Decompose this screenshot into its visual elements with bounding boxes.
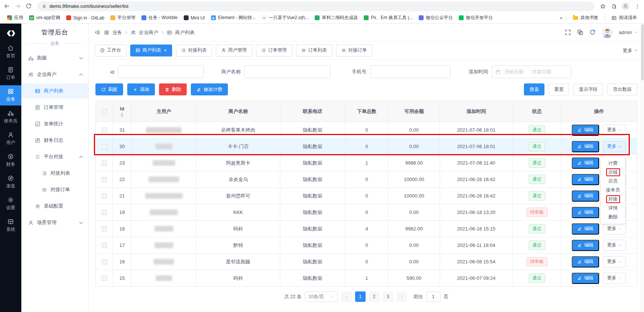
sidebar-item-seller-list[interactable]: 商户列表 [21,83,88,98]
more-button[interactable]: 更多 [603,125,626,136]
page-button-1[interactable]: 1 [355,291,366,302]
rail-item-home[interactable]: 首页 [0,42,21,62]
sidebar-item-paotui[interactable]: 跑腿 [21,51,88,65]
breadcrumb-item[interactable]: 业务 [104,29,122,36]
edit-button[interactable]: 编辑 [572,256,599,267]
next-page-button[interactable]: › [397,291,407,302]
bookmark-item[interactable]: 平台管理 [108,13,138,22]
more-button[interactable]: 更多 [603,273,626,284]
bookmark-item[interactable]: Uuni-app官网 [27,13,63,22]
rail-item-system[interactable]: 系统 [0,215,21,236]
sidebar-item-enterprise[interactable]: 企业商户 [21,67,88,82]
tab-close-icon[interactable]: × [164,48,167,53]
edit-button[interactable]: 编辑 [572,125,599,136]
filter-name-input[interactable] [244,65,330,78]
row-checkbox[interactable] [102,259,107,264]
sidebar-item-finance-log[interactable]: 财务日志 [21,133,88,148]
bookmark-item[interactable]: Mint UI [181,14,208,22]
bookmark-item[interactable]: eElement - 网站快... [208,13,259,22]
sidebar-item-scene-manage[interactable]: 场景管理 [21,215,88,230]
url-bar[interactable]: demo.99make.com/business/seller/list [37,1,595,11]
breadcrumb-item[interactable]: 商户列表 [167,29,195,36]
user-avatar[interactable] [602,27,613,38]
dropdown-item-courier[interactable]: 接单员 [601,186,625,195]
show-fields-button[interactable]: 显示字段 [573,83,603,95]
dropdown-item-clerk[interactable]: 店员 [601,177,625,186]
page-button-2[interactable]: 2 [369,291,379,302]
reload-icon[interactable] [25,3,32,9]
sidebar-item-dispatch-stats[interactable]: 发单统计 [21,116,88,131]
more-button[interactable]: 更多 [603,141,626,152]
bookmark-item[interactable]: Sign in · GitLab [64,14,107,22]
admin-menu[interactable]: admin [619,30,638,35]
prev-page-button[interactable]: ‹ [341,291,352,302]
row-checkbox[interactable] [102,177,107,182]
sort-asc-icon[interactable] [120,113,123,114]
row-checkbox[interactable] [102,128,107,133]
export-button[interactable]: 导出数据 [607,83,637,95]
browser-profile-avatar[interactable] [622,2,629,10]
dropdown-item-detail[interactable]: 详情 [601,204,625,212]
row-checkbox[interactable] [102,144,107,149]
row-checkbox[interactable] [102,193,107,199]
row-checkbox[interactable] [102,160,107,166]
dropdown-item-billing[interactable]: 计费 [601,159,625,168]
edit-button[interactable]: 编辑 [572,207,599,218]
edit-button[interactable]: 编辑 [572,273,599,284]
rail-item-settings[interactable]: 设置 [0,194,21,214]
row-checkbox[interactable] [102,226,107,232]
breadcrumb-item[interactable]: 企业商户 [131,29,158,36]
bookmarks-overflow-chevron[interactable]: » [560,15,562,21]
more-button[interactable]: 更多 [603,223,626,235]
more-button[interactable]: 更多 [603,240,626,251]
edit-button[interactable]: 编辑 [572,157,599,169]
extensions-icon[interactable] [611,3,617,9]
dropdown-item-delete[interactable]: 删除 [601,212,625,221]
tab-user-manage[interactable]: 用户管理 [216,45,252,56]
sidebar-collapse-icon[interactable] [95,30,100,35]
rail-item-user[interactable]: 用户 [0,129,21,149]
rail-item-order[interactable]: 订单 [0,64,21,84]
tab-join-list[interactable]: 对接列表 [176,45,212,56]
bookmark-item[interactable]: Px、Em 换算工具 |... [361,13,415,22]
browser-menu-icon[interactable] [634,3,640,9]
add-button[interactable]: 添加 [127,83,155,95]
sidebar-item-base-config[interactable]: 基础配置 [21,199,88,214]
edit-button[interactable]: 编辑 [572,141,599,152]
select-all-checkbox[interactable] [102,109,107,114]
dropdown-item-join[interactable]: 对接 [601,195,625,204]
filter-id-input[interactable] [118,65,204,78]
fullscreen-icon[interactable] [565,29,571,36]
bookmark-item[interactable]: 任务 - Worktile [139,13,180,22]
other-bookmarks-button[interactable]: 其他书签 [570,13,601,22]
row-checkbox[interactable] [102,276,107,281]
tabs-more-button[interactable]: 更多 [623,47,638,54]
delete-button[interactable]: 删除 [159,83,187,95]
page-size-select[interactable]: 10条/页 [305,291,338,302]
edit-button[interactable]: 编辑 [572,240,599,251]
row-checkbox[interactable] [102,243,107,248]
sidebar-item-join-list[interactable]: 对接列表 [21,166,88,181]
bookmark-item[interactable]: V一只基于Vue2.x的... [259,13,311,22]
edit-button[interactable]: 编辑 [572,223,599,235]
rail-item-channel[interactable]: 渠道 [0,172,21,192]
sidebar-item-platform-join[interactable]: 平台对接 [21,149,88,164]
tab-order-manage[interactable]: 订单管理 [256,45,292,56]
reset-button[interactable]: 重置 [549,83,569,95]
app-logo[interactable] [6,28,16,38]
rail-item-business[interactable]: 业务 [0,85,21,105]
bookmark-item[interactable]: 微信公众平台 [416,13,455,22]
reading-list-button[interactable]: 阅读清单 [609,13,640,22]
sort-carets-icon[interactable] [120,113,123,117]
goto-page-input[interactable] [426,291,440,302]
refresh-button[interactable]: 刷新 [95,83,123,95]
back-icon[interactable] [4,3,10,9]
edit-button[interactable]: 编辑 [572,190,599,202]
tab-workbench[interactable]: 工作台 [95,45,126,56]
dropdown-item-shop[interactable]: 店铺 [601,168,625,177]
search-button[interactable]: 搜索 [524,83,544,95]
bookmark-item[interactable]: 应用 [4,13,26,22]
bookmark-item[interactable]: 微信开放平台 [456,13,495,22]
page-scrollbar[interactable] [641,24,644,312]
row-checkbox[interactable] [102,210,107,215]
